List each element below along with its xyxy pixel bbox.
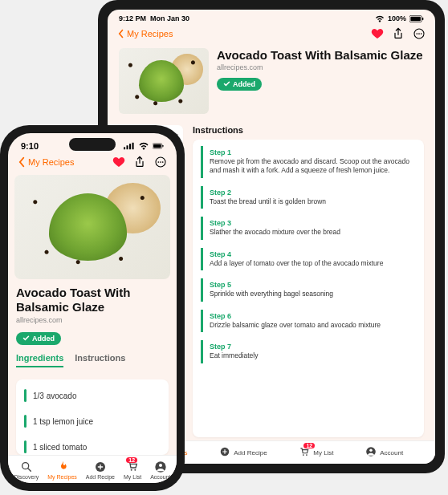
recipe-image — [119, 48, 209, 114]
tab-instructions[interactable]: Instructions — [75, 353, 125, 367]
step-label: Step 1 — [210, 148, 416, 156]
ingredient-row: 1/3 avocado — [16, 383, 169, 408]
step-text: Add a layer of tomato over the top of th… — [210, 259, 416, 268]
step-text: Slather the avocado mixture over the bre… — [210, 228, 416, 237]
svg-rect-17 — [153, 144, 161, 148]
svg-point-22 — [162, 161, 164, 163]
share-icon[interactable] — [392, 27, 405, 40]
back-label: My Recipes — [28, 157, 74, 167]
svg-point-26 — [134, 469, 136, 471]
instructions-card: Step 1Remove pit from the avocado and di… — [193, 140, 424, 437]
person-circle-icon — [154, 461, 167, 473]
share-icon[interactable] — [133, 156, 146, 168]
recipe-source: allrecipes.com — [217, 63, 423, 71]
back-button[interactable]: My Recipes — [117, 29, 173, 39]
svg-rect-15 — [132, 143, 134, 149]
status-battery: 100% — [388, 14, 406, 22]
recipe-image — [14, 175, 170, 279]
instruction-step: Step 2Toast the bread until it is golden… — [201, 186, 416, 209]
instructions-heading: Instructions — [193, 125, 424, 135]
tab-label: My Recipes — [47, 474, 77, 480]
nav-actions — [112, 156, 167, 168]
wifi-icon — [375, 15, 385, 22]
back-button[interactable]: My Recipes — [18, 156, 74, 168]
ipad-nav-row: My Recipes — [108, 24, 435, 43]
status-time: 9:12 PM — [119, 14, 146, 22]
chevron-left-icon — [18, 156, 26, 168]
svg-point-6 — [421, 33, 422, 34]
recipe-title-block: Avocado Toast With Balsamic Glaze allrec… — [217, 48, 423, 114]
tab-label: Add Recipe — [86, 474, 115, 480]
favorite-icon[interactable] — [371, 27, 384, 40]
accent-bar — [24, 415, 26, 428]
accent-bar — [24, 389, 26, 402]
tab-label: Discovery — [14, 474, 39, 480]
svg-point-4 — [416, 33, 417, 34]
tab-account[interactable]: Account — [365, 446, 403, 459]
tab-label: Add Recipe — [234, 449, 267, 456]
instruction-step: Step 6Drizzle balsamic glaze over tomato… — [201, 310, 416, 332]
tab-add-recipe[interactable]: Add Recipe — [86, 461, 115, 480]
tab-add-recipe[interactable]: Add Recipe — [219, 446, 267, 459]
step-text: Toast the bread until it is golden brown — [210, 197, 416, 206]
svg-rect-18 — [162, 145, 163, 148]
step-label: Step 2 — [210, 189, 416, 197]
back-label: My Recipes — [127, 29, 173, 39]
cellular-icon — [124, 142, 135, 150]
tab-label: Account — [150, 474, 170, 480]
status-date: Mon Jan 30 — [150, 14, 189, 22]
svg-rect-13 — [127, 145, 128, 149]
step-text: Eat immediately — [210, 351, 416, 360]
added-badge-wrap: Added — [16, 331, 169, 345]
instructions-column: Instructions Step 1Remove pit from the a… — [188, 122, 435, 440]
svg-rect-12 — [124, 147, 125, 149]
nav-actions — [371, 27, 426, 40]
step-text: Remove pit from the avocado and discard.… — [210, 157, 416, 176]
tab-label: Account — [380, 449, 403, 456]
iphone-screen: 9:10 My Recipes Avocado Toast With B — [8, 133, 177, 483]
svg-rect-2 — [422, 17, 423, 19]
ingredient-text: 1/3 avocado — [33, 392, 77, 400]
step-label: Step 3 — [210, 219, 416, 227]
accent-bar — [24, 440, 26, 453]
step-text: Drizzle balsamic glaze over tomato and a… — [210, 321, 416, 330]
added-badge: Added — [16, 332, 61, 345]
tab-my-list[interactable]: 12 My List — [124, 460, 141, 480]
tab-label: My List — [124, 474, 141, 480]
content-tabs: Ingredients Instructions — [8, 353, 177, 373]
more-icon[interactable] — [154, 156, 167, 168]
step-label: Step 6 — [210, 312, 416, 320]
svg-point-20 — [157, 161, 159, 163]
added-label: Added — [233, 80, 255, 88]
tab-discovery[interactable]: Discovery — [14, 461, 39, 480]
recipe-header: Avocado Toast With Balsamic Glaze allrec… — [108, 43, 435, 122]
added-label: Added — [32, 335, 55, 343]
wifi-icon — [138, 142, 149, 150]
ipad-status-bar: 9:12 PM Mon Jan 30 100% — [108, 10, 435, 24]
notch — [69, 138, 116, 151]
check-icon — [223, 80, 230, 87]
iphone-nav-row: My Recipes — [8, 152, 177, 172]
plus-circle-icon — [219, 446, 230, 457]
step-text: Sprinkle with everything bagel seasoning — [210, 290, 416, 298]
tab-account[interactable]: Account — [150, 461, 170, 480]
search-icon — [20, 461, 33, 473]
battery-icon — [153, 142, 164, 150]
more-icon[interactable] — [413, 27, 426, 40]
favorite-icon[interactable] — [112, 156, 125, 168]
recipe-title: Avocado Toast With Balsamic Glaze — [217, 48, 423, 62]
tab-my-recipes[interactable]: My Recipes — [47, 461, 77, 480]
recipe-title: Avocado Toast With Balsamic Glaze — [8, 286, 177, 314]
battery-icon — [409, 15, 424, 22]
instruction-step: Step 7Eat immediately — [201, 340, 416, 363]
recipe-source: allrecipes.com — [8, 314, 177, 331]
iphone-body: Avocado Toast With Balsamic Glaze allrec… — [8, 172, 177, 455]
tab-ingredients[interactable]: Ingredients — [16, 353, 63, 367]
svg-point-25 — [131, 469, 132, 471]
cart-badge: 12 — [303, 443, 315, 448]
tab-label: My List — [313, 449, 333, 456]
cart-badge: 12 — [126, 457, 137, 463]
ingredients-card: 1/3 avocado 1 tsp lemon juice 1 sliced t… — [16, 379, 169, 455]
tab-my-list[interactable]: 12 My List — [299, 446, 333, 459]
ingredient-text: 1 tsp lemon juice — [33, 417, 93, 426]
